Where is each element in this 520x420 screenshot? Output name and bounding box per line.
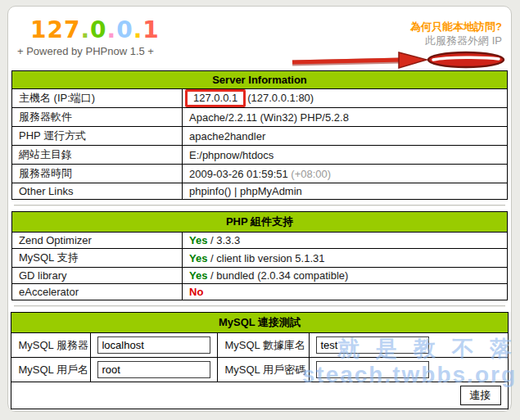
row-value: Yes / bundled (2.0.34 compatible) — [183, 268, 508, 284]
redbox-annotation: 127.0.0.1 — [185, 89, 246, 107]
table-row: 主機名 (IP:端口) 127.0.0.1(127.0.0.1:80) — [12, 89, 508, 108]
mysql-test-table: MySQL 連接測試 MySQL 服務器 MySQL 數據庫名 MySQL 用戶… — [11, 312, 508, 409]
row-value: No — [183, 284, 508, 300]
status-badge: No — [189, 286, 203, 298]
title-char: . — [133, 16, 143, 43]
table-row: Other Links phpinfo() | phpMyAdmin — [12, 183, 508, 200]
timezone-suffix: (+08:00) — [291, 168, 331, 180]
title-char: 127 — [30, 16, 80, 43]
row-value: E:/phpnow/htdocs — [183, 146, 508, 165]
red-annotation-graphic — [287, 49, 507, 70]
row-value: Apache/2.2.11 (Win32) PHP/5.2.8 — [183, 108, 508, 127]
title-char: . — [80, 16, 90, 43]
mysql-server-input[interactable] — [97, 336, 210, 354]
table-row: 網站主目錄 E:/phpnow/htdocs — [12, 146, 508, 165]
external-ip-note: 此服務器外網 IP — [410, 34, 502, 47]
table-row: 連接 — [11, 382, 508, 409]
row-label: 服務器軟件 — [12, 108, 183, 127]
php-components-section-header: PHP 組件支持 — [12, 212, 508, 233]
mysql-user-label: MySQL 用戶名 — [11, 358, 91, 382]
mysql-user-input[interactable] — [97, 361, 210, 378]
table-row: eAccelerator No — [12, 284, 508, 300]
divider — [14, 205, 505, 206]
mysql-db-label: MySQL 數據庫名 — [218, 333, 310, 358]
header-right-notes: 為何只能本地訪問? 此服務器外網 IP — [410, 20, 502, 47]
row-value: apache2handler — [183, 127, 508, 146]
table-row: 服務器軟件 Apache/2.2.11 (Win32) PHP/5.2.8 — [12, 108, 508, 127]
row-label: eAccelerator — [12, 284, 183, 300]
row-label: 主機名 (IP:端口) — [12, 89, 183, 108]
status-badge: Yes — [189, 252, 207, 264]
table-row: GD library Yes / bundled (2.0.34 compati… — [12, 268, 508, 284]
server-info-section-header: Server Information — [12, 71, 508, 89]
row-label: 服務器時間 — [12, 165, 183, 183]
row-label: Other Links — [12, 183, 183, 200]
mysql-password-input[interactable] — [316, 361, 429, 378]
table-row: MySQL 用戶名 MySQL 用戶密碼 — [11, 358, 508, 382]
server-info-table: Server Information 主機名 (IP:端口) 127.0.0.1… — [11, 70, 508, 200]
phpinfo-link[interactable]: phpinfo() — [189, 185, 231, 197]
probe-page-panel: 127.0.0.1 + Powered by PHPnow 1.5 + 為何只能… — [7, 6, 512, 412]
title-char: 1 — [142, 16, 159, 43]
table-row: MySQL 支持 Yes / client lib version 5.1.31 — [12, 249, 508, 268]
table-row: 服務器時間 2009-03-26 01:59:51 (+08:00) — [12, 165, 508, 183]
why-local-only-link[interactable]: 為何只能本地訪問? — [410, 20, 502, 33]
table-row: Zend Optimizer Yes / 3.3.3 — [12, 233, 508, 249]
row-label: PHP 運行方式 — [12, 127, 183, 146]
page-header: 127.0.0.1 + Powered by PHPnow 1.5 + 為何只能… — [11, 16, 509, 70]
divider — [14, 305, 505, 307]
mysql-test-section-header: MySQL 連接測試 — [11, 313, 508, 333]
row-label: 網站主目錄 — [12, 146, 183, 165]
connect-button[interactable]: 連接 — [460, 386, 501, 405]
phpmyadmin-link[interactable]: phpMyAdmin — [240, 185, 302, 197]
row-value: Yes / 3.3.3 — [183, 233, 508, 249]
table-row: MySQL 服務器 MySQL 數據庫名 — [11, 333, 508, 358]
table-row: PHP 運行方式 apache2handler — [12, 127, 508, 146]
title-char: 0 — [90, 16, 106, 43]
status-badge: Yes — [189, 234, 207, 246]
host-ip-value: 127.0.0.1 — [193, 92, 237, 104]
title-char: . — [107, 16, 117, 43]
row-value: Yes / client lib version 5.1.31 — [183, 249, 508, 268]
row-label: GD library — [12, 268, 183, 284]
row-value: phpinfo() | phpMyAdmin — [183, 183, 508, 200]
ip-scribble-icon — [428, 52, 504, 67]
mysql-db-input[interactable] — [316, 336, 429, 354]
red-arrow-icon — [292, 52, 427, 68]
row-value: 127.0.0.1(127.0.0.1:80) — [183, 89, 508, 108]
title-char: 0 — [116, 16, 133, 43]
row-label: MySQL 支持 — [12, 249, 183, 268]
php-components-table: PHP 組件支持 Zend Optimizer Yes / 3.3.3 MySQ… — [11, 211, 508, 300]
mysql-password-label: MySQL 用戶密碼 — [218, 358, 310, 382]
row-value: 2009-03-26 01:59:51 (+08:00) — [183, 165, 508, 183]
row-label: Zend Optimizer — [12, 233, 183, 249]
status-badge: Yes — [189, 269, 207, 282]
mysql-server-label: MySQL 服務器 — [11, 333, 91, 358]
